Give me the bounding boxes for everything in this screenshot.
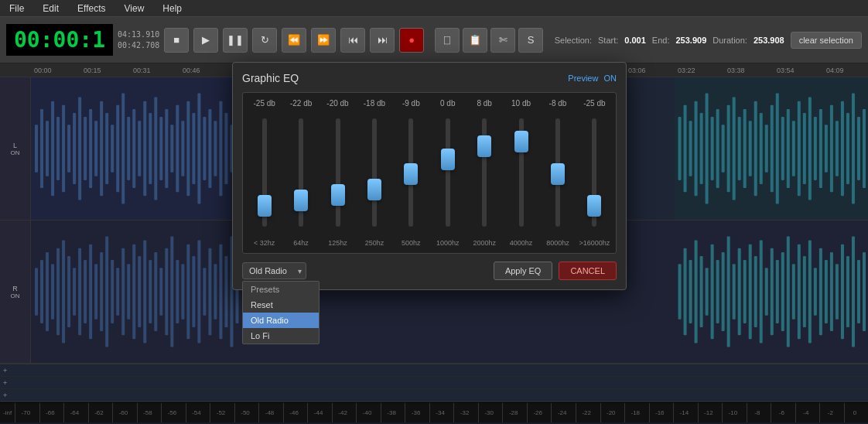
svg-rect-132 xyxy=(776,260,779,323)
svg-rect-12 xyxy=(94,121,97,176)
to-start-button[interactable]: ⏮ xyxy=(340,28,365,53)
eq-track-3[interactable] xyxy=(372,118,377,227)
eq-track-5[interactable] xyxy=(446,118,450,227)
eq-thumb-9[interactable] xyxy=(587,195,601,217)
eq-action-buttons: Apply EQ CANCEL xyxy=(494,262,617,280)
svg-rect-70 xyxy=(841,101,844,197)
menu-view[interactable]: View xyxy=(115,2,154,15)
svg-rect-11 xyxy=(89,109,92,188)
svg-rect-28 xyxy=(181,121,184,176)
copy-tool-button[interactable]: ⎕ xyxy=(435,28,460,53)
svg-rect-143 xyxy=(836,264,839,320)
svg-rect-129 xyxy=(760,241,763,344)
stop-button[interactable]: ■ xyxy=(164,28,189,53)
mini-track-1: + xyxy=(0,364,868,377)
eq-track-8[interactable] xyxy=(555,118,560,227)
svg-rect-141 xyxy=(825,260,828,323)
eq-thumb-0[interactable] xyxy=(258,195,272,217)
clear-selection-button[interactable]: clear selection xyxy=(791,32,862,49)
svg-rect-7 xyxy=(67,125,70,172)
svg-rect-6 xyxy=(62,105,65,192)
eq-thumb-3[interactable] xyxy=(367,179,381,200)
svg-rect-45 xyxy=(706,93,709,203)
svg-rect-34 xyxy=(214,121,217,176)
apply-eq-button[interactable]: Apply EQ xyxy=(494,262,552,280)
eq-val-5: 0 db xyxy=(429,99,466,108)
eq-track-7[interactable] xyxy=(519,118,524,227)
svg-rect-118 xyxy=(700,256,703,327)
eq-freq-6: 2000hz xyxy=(466,239,502,247)
play-button[interactable]: ▶ xyxy=(193,28,218,53)
eq-thumb-1[interactable] xyxy=(294,190,308,211)
svg-rect-74 xyxy=(863,109,866,188)
svg-rect-83 xyxy=(73,268,76,315)
to-end-button[interactable]: ⏭ xyxy=(370,28,395,53)
rewind-button[interactable]: ⏪ xyxy=(282,28,306,53)
eq-val-9: -25 db xyxy=(576,99,613,108)
selection-label: Selection: xyxy=(555,36,592,45)
start-value: 0.001 xyxy=(624,36,646,45)
eq-thumb-2[interactable] xyxy=(331,184,345,206)
selection-info: Selection: Start: 0.001 End: 253.909 Dur… xyxy=(555,32,862,49)
menu-file[interactable]: File xyxy=(0,2,33,15)
svg-rect-16 xyxy=(116,105,119,192)
eq-slider-col-7 xyxy=(503,111,539,234)
pause-button[interactable]: ❚❚ xyxy=(223,28,248,53)
silence-tool-button[interactable]: S xyxy=(518,28,543,53)
eq-freq-0: < 32hz xyxy=(246,239,282,247)
svg-rect-1 xyxy=(35,125,38,172)
eq-track-6[interactable] xyxy=(482,118,487,227)
eq-thumb-8[interactable] xyxy=(551,163,565,185)
menu-effects[interactable]: Effects xyxy=(68,2,114,15)
eq-track-1[interactable] xyxy=(299,118,303,227)
svg-rect-148 xyxy=(863,252,866,331)
svg-rect-114 xyxy=(678,264,682,320)
eq-val-0: -25 db xyxy=(246,99,282,108)
svg-rect-42 xyxy=(689,121,692,176)
preset-menu-old-radio[interactable]: Old Radio xyxy=(243,313,319,328)
svg-rect-122 xyxy=(722,252,725,331)
svg-rect-13 xyxy=(100,101,103,197)
svg-rect-93 xyxy=(127,264,130,320)
paste-tool-button[interactable]: 📋 xyxy=(463,28,487,53)
cancel-button[interactable]: CANCEL xyxy=(559,262,617,280)
svg-rect-18 xyxy=(127,117,130,180)
svg-rect-136 xyxy=(798,244,801,340)
svg-rect-139 xyxy=(814,268,817,315)
svg-rect-123 xyxy=(727,236,730,347)
ruler-tick: 03:06 xyxy=(628,67,646,74)
cut-tool-button[interactable]: ✄ xyxy=(490,28,515,53)
menu-help[interactable]: Help xyxy=(153,2,191,15)
svg-rect-90 xyxy=(111,260,114,323)
svg-rect-73 xyxy=(857,117,860,180)
svg-rect-71 xyxy=(846,113,849,184)
svg-rect-40 xyxy=(678,117,682,180)
start-label: Start: xyxy=(598,36,618,45)
eq-track-0[interactable] xyxy=(262,118,267,227)
eq-track-9[interactable] xyxy=(592,118,596,227)
preset-menu-reset[interactable]: Reset xyxy=(243,297,319,313)
eq-freq-3: 250hz xyxy=(356,239,392,247)
eq-freq-8: 8000hz xyxy=(539,239,576,247)
svg-rect-20 xyxy=(138,121,141,176)
svg-rect-61 xyxy=(792,121,795,176)
eq-thumb-7[interactable] xyxy=(514,131,528,152)
fast-forward-button[interactable]: ⏩ xyxy=(311,28,336,53)
svg-rect-50 xyxy=(733,97,736,200)
eq-thumb-5[interactable] xyxy=(441,149,455,170)
svg-rect-48 xyxy=(722,125,725,172)
preset-menu-lo-fi[interactable]: Lo Fi xyxy=(243,328,319,344)
eq-val-2: -20 db xyxy=(320,99,356,108)
eq-thumb-4[interactable] xyxy=(404,163,418,185)
eq-preview: Preview ON xyxy=(565,74,617,83)
svg-rect-125 xyxy=(738,248,741,335)
loop-button[interactable]: ↻ xyxy=(252,28,277,53)
eq-thumb-6[interactable] xyxy=(477,135,491,157)
record-button[interactable]: ● xyxy=(399,28,424,53)
svg-rect-27 xyxy=(176,105,179,192)
menu-edit[interactable]: Edit xyxy=(33,2,68,15)
eq-track-4[interactable] xyxy=(408,118,413,227)
preset-select[interactable]: Presets Reset Old Radio Lo Fi xyxy=(242,262,306,279)
svg-rect-43 xyxy=(695,101,698,197)
eq-track-2[interactable] xyxy=(336,118,340,227)
